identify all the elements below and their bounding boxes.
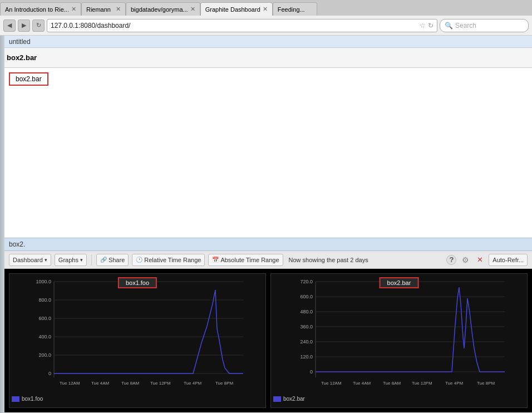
- svg-text:Tue 12PM: Tue 12PM: [150, 381, 171, 386]
- settings-button[interactable]: ⚙: [460, 254, 471, 266]
- svg-text:600.0: 600.0: [38, 316, 51, 321]
- dashboard-toolbar: Dashboard ▾ Graphs ▾ 🔗 Share 🕐 Relative …: [4, 251, 532, 269]
- share-button[interactable]: 🔗 Share: [96, 254, 129, 266]
- dashboard-button[interactable]: Dashboard ▾: [9, 254, 51, 266]
- dashboard-main: box2.bar: [4, 68, 532, 238]
- tab-close-icon[interactable]: ✕: [116, 6, 121, 13]
- chart2-title-box: box2.bar: [380, 277, 419, 288]
- tab-close-icon[interactable]: ✕: [71, 6, 76, 13]
- svg-text:1000.0: 1000.0: [36, 279, 51, 284]
- chart2-legend: box2.bar: [273, 396, 525, 402]
- caret-icon: ▾: [80, 257, 83, 263]
- graphs-button[interactable]: Graphs ▾: [55, 254, 87, 266]
- toolbar-right: ? ⚙ ✕ Auto-Refr...: [446, 254, 528, 266]
- chart1-title-box: box1.foo: [118, 277, 157, 288]
- svg-text:600.0: 600.0: [300, 294, 313, 299]
- absolute-time-button[interactable]: 📅 Absolute Time Range: [208, 254, 283, 266]
- close-button[interactable]: ✕: [474, 254, 485, 266]
- relative-time-button[interactable]: 🕐 Relative Time Range: [132, 254, 205, 266]
- auto-refresh-button[interactable]: Auto-Refr...: [489, 254, 528, 266]
- tab-bigdatadev[interactable]: bigdatadev/goryma... ✕: [126, 2, 200, 16]
- charts-area: box1.foo 1000.0 800.0 600.0 400.0 200.0 …: [4, 269, 532, 412]
- svg-text:480.0: 480.0: [300, 309, 313, 314]
- share-icon: 🔗: [100, 257, 107, 263]
- graph-label-box-main: box2.bar: [9, 72, 48, 86]
- refresh-icon: ↻: [36, 22, 41, 29]
- chart-box1foo: box1.foo 1000.0 800.0 600.0 400.0 200.0 …: [9, 273, 266, 408]
- svg-text:400.0: 400.0: [38, 334, 51, 340]
- chart2-legend-label: box2.bar: [283, 396, 305, 402]
- svg-text:Tue 12AM: Tue 12AM: [321, 381, 342, 386]
- page-content: untitled box2.bar box2.bar box2. Dashboa…: [0, 36, 532, 413]
- calendar-icon: 📅: [212, 257, 219, 263]
- svg-text:800.0: 800.0: [38, 297, 51, 303]
- forward-icon: ▶: [22, 22, 26, 29]
- url-text: 127.0.0.1:8080/dashboard/: [51, 22, 417, 30]
- tab-feeding[interactable]: Feeding...: [273, 2, 317, 16]
- chart1-svg: 1000.0 800.0 600.0 400.0 200.0 0 Tue 12A…: [12, 276, 263, 393]
- tab-close-icon[interactable]: ✕: [263, 6, 268, 13]
- left-sidebar: [0, 36, 4, 413]
- svg-text:Tue 8AM: Tue 8AM: [121, 381, 139, 386]
- address-bar: ◀ ▶ ↻ 127.0.0.1:8080/dashboard/ ☆ ↻ 🔍 Se…: [0, 16, 532, 36]
- url-icons: ☆ ↻: [420, 22, 434, 30]
- tab-close-icon[interactable]: ✕: [190, 6, 195, 13]
- svg-text:Tue 4PM: Tue 4PM: [445, 381, 463, 386]
- search-placeholder: Search: [455, 22, 476, 30]
- refresh-small-icon[interactable]: ↻: [428, 22, 434, 30]
- svg-text:Tue 8PM: Tue 8PM: [477, 381, 495, 386]
- bookmark-icon[interactable]: ☆: [420, 22, 426, 30]
- back-icon: ◀: [7, 22, 12, 29]
- forward-button[interactable]: ▶: [18, 19, 30, 32]
- refresh-button[interactable]: ↻: [32, 19, 45, 32]
- svg-text:200.0: 200.0: [38, 352, 51, 358]
- browser-chrome: An Introduction to Rie... ✕ Riemann ✕ bi…: [0, 0, 532, 36]
- chart1-legend-label: box1.foo: [22, 396, 43, 402]
- toolbar-status: Now showing the past 2 days: [289, 257, 368, 263]
- section-title: box2.: [9, 240, 25, 248]
- caret-icon: ▾: [45, 257, 47, 263]
- chart-box2bar: box2.bar 720.0 600.0 480.0 360.0 240.0: [270, 273, 528, 408]
- tab-intro[interactable]: An Introduction to Rie... ✕: [0, 2, 81, 16]
- svg-text:720.0: 720.0: [300, 279, 313, 284]
- svg-text:Tue 4AM: Tue 4AM: [353, 381, 371, 386]
- help-button[interactable]: ?: [446, 255, 456, 265]
- page-breadcrumb: untitled: [4, 36, 532, 48]
- svg-text:Tue 12AM: Tue 12AM: [60, 381, 80, 386]
- svg-text:Tue 12PM: Tue 12PM: [412, 381, 432, 386]
- tab-graphite[interactable]: Graphite Dashboard ✕: [200, 2, 273, 16]
- chart1-legend: box1.foo: [12, 396, 263, 402]
- tab-riemann[interactable]: Riemann ✕: [81, 2, 126, 16]
- svg-text:Tue 8AM: Tue 8AM: [383, 381, 401, 386]
- tab-bar: An Introduction to Rie... ✕ Riemann ✕ bi…: [0, 0, 532, 16]
- back-button[interactable]: ◀: [3, 19, 16, 32]
- svg-text:Tue 8PM: Tue 8PM: [215, 381, 233, 386]
- svg-text:0: 0: [48, 371, 51, 376]
- chart1-legend-color: [12, 396, 19, 402]
- search-icon: 🔍: [445, 22, 453, 30]
- toolbar-divider: [91, 254, 92, 266]
- search-bar[interactable]: 🔍 Search: [440, 19, 529, 32]
- svg-text:Tue 4PM: Tue 4PM: [184, 381, 201, 386]
- svg-text:120.0: 120.0: [300, 354, 313, 360]
- svg-text:0: 0: [310, 369, 313, 375]
- section-separator: box2.: [4, 238, 532, 251]
- svg-text:Tue 4AM: Tue 4AM: [91, 381, 109, 386]
- url-bar[interactable]: 127.0.0.1:8080/dashboard/ ☆ ↻: [47, 19, 437, 32]
- dashboard-title-area: box2.bar: [4, 48, 532, 68]
- svg-text:240.0: 240.0: [300, 339, 313, 345]
- dashboard-title: box2.bar: [7, 53, 37, 62]
- chart2-svg: 720.0 600.0 480.0 360.0 240.0 120.0 0 Tu…: [273, 276, 525, 393]
- clock-icon: 🕐: [136, 257, 142, 263]
- svg-text:360.0: 360.0: [300, 324, 313, 330]
- chart2-legend-color: [273, 396, 281, 402]
- breadcrumb-text: untitled: [9, 38, 31, 46]
